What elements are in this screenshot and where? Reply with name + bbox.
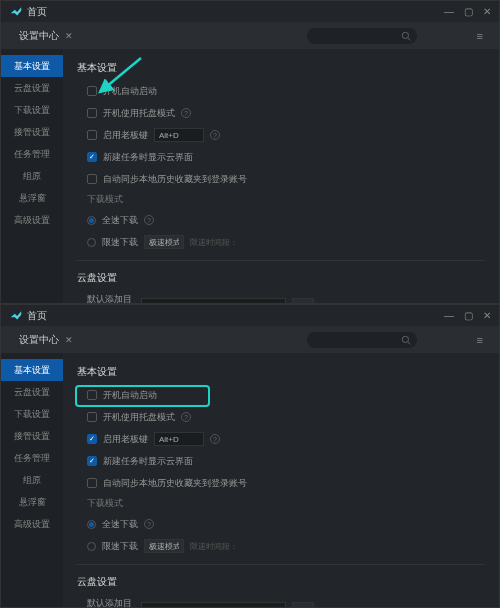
window-controls: — ▢ ✕ xyxy=(444,310,491,321)
window-title: 首页 xyxy=(27,5,47,19)
sidebar-item-group[interactable]: 组原 xyxy=(1,469,63,491)
hotkey-input[interactable] xyxy=(154,432,204,446)
folder-icon xyxy=(298,302,308,303)
help-icon[interactable]: ? xyxy=(210,434,220,444)
minimize-button[interactable]: — xyxy=(444,6,454,17)
help-icon[interactable]: ? xyxy=(181,108,191,118)
tabbar: 设置中心 ✕ ≡ xyxy=(1,23,499,49)
checkbox-autostart[interactable] xyxy=(87,390,97,400)
search-icon xyxy=(401,31,411,41)
checkbox-minimode[interactable] xyxy=(87,412,97,422)
label-bosskey: 启用老板键 xyxy=(103,433,148,446)
sidebar-item-download[interactable]: 下载设置 xyxy=(1,99,63,121)
sidebar-item-cloud[interactable]: 云盘设置 xyxy=(1,381,63,403)
tab-label: 设置中心 xyxy=(19,29,59,43)
tab-close-icon[interactable]: ✕ xyxy=(65,335,73,345)
svg-line-1 xyxy=(407,38,410,41)
sidebar-item-float[interactable]: 悬浮窗 xyxy=(1,187,63,209)
tab-settings[interactable]: 设置中心 ✕ xyxy=(9,329,83,351)
section-basic-title: 基本设置 xyxy=(77,365,485,379)
sidebar-item-takeover[interactable]: 接管设置 xyxy=(1,425,63,447)
label-fullspeed: 全速下载 xyxy=(102,214,138,227)
menu-icon[interactable]: ≡ xyxy=(477,30,483,42)
checkbox-autostart[interactable] xyxy=(87,86,97,96)
checkbox-autosync[interactable] xyxy=(87,174,97,184)
svg-point-3 xyxy=(402,336,408,342)
sidebar-item-takeover[interactable]: 接管设置 xyxy=(1,121,63,143)
app-logo-icon xyxy=(9,5,23,19)
sidebar-item-task[interactable]: 任务管理 xyxy=(1,143,63,165)
label-limitspeed: 限速下载 xyxy=(102,236,138,249)
label-limitspeed: 限速下载 xyxy=(102,540,138,553)
checkbox-newtask[interactable] xyxy=(87,456,97,466)
hotkey-input[interactable] xyxy=(154,128,204,142)
help-icon[interactable]: ? xyxy=(144,519,154,529)
close-button[interactable]: ✕ xyxy=(483,6,491,17)
label-autostart: 开机自动启动 xyxy=(103,85,157,98)
radio-fullspeed[interactable] xyxy=(87,216,96,225)
tab-label: 设置中心 xyxy=(19,333,59,347)
sidebar: 基本设置 云盘设置 下载设置 接管设置 任务管理 组原 悬浮窗 高级设置 xyxy=(1,353,63,607)
checkbox-newtask[interactable] xyxy=(87,152,97,162)
search-icon xyxy=(401,335,411,345)
tab-close-icon[interactable]: ✕ xyxy=(65,31,73,41)
default-dir-select[interactable]: ▾ xyxy=(141,298,286,303)
help-icon[interactable]: ? xyxy=(144,215,154,225)
sidebar-item-advanced[interactable]: 高级设置 xyxy=(1,209,63,231)
help-icon[interactable]: ? xyxy=(181,412,191,422)
checkbox-minimode[interactable] xyxy=(87,108,97,118)
sidebar-item-group[interactable]: 组原 xyxy=(1,165,63,187)
label-downloadmode: 下载模式 xyxy=(87,193,485,206)
maximize-button[interactable]: ▢ xyxy=(464,310,473,321)
sidebar-item-basic[interactable]: 基本设置 xyxy=(1,55,63,77)
speed-value[interactable] xyxy=(144,235,184,249)
label-downloadmode: 下载模式 xyxy=(87,497,485,510)
label-autosync: 自动同步本地历史收藏夹到登录账号 xyxy=(103,173,247,186)
close-button[interactable]: ✕ xyxy=(483,310,491,321)
speed-hint: 限速时间段： xyxy=(190,237,238,248)
radio-limitspeed[interactable] xyxy=(87,238,96,247)
tab-settings[interactable]: 设置中心 ✕ xyxy=(9,25,83,47)
section-cloud-title: 云盘设置 xyxy=(77,575,485,589)
section-basic-title: 基本设置 xyxy=(77,61,485,75)
help-icon[interactable]: ? xyxy=(210,130,220,140)
section-cloud-title: 云盘设置 xyxy=(77,271,485,285)
sidebar-item-task[interactable]: 任务管理 xyxy=(1,447,63,469)
label-newtask: 新建任务时显示云界面 xyxy=(103,151,193,164)
search-input[interactable] xyxy=(307,28,417,44)
settings-window-bottom: 首页 — ▢ ✕ 设置中心 ✕ ≡ 基本设置 云盘设置 下载设置 接管设置 任务… xyxy=(0,304,500,608)
sidebar-item-basic[interactable]: 基本设置 xyxy=(1,359,63,381)
label-minimode: 开机使用托盘模式 xyxy=(103,411,175,424)
window-title: 首页 xyxy=(27,309,47,323)
folder-icon xyxy=(298,606,308,607)
speed-value[interactable] xyxy=(144,539,184,553)
maximize-button[interactable]: ▢ xyxy=(464,6,473,17)
svg-line-4 xyxy=(407,342,410,345)
label-defaultdir: 默认添加目录 xyxy=(87,597,135,607)
default-dir-select[interactable]: ▾ xyxy=(141,602,286,607)
app-logo-icon xyxy=(9,309,23,323)
minimize-button[interactable]: — xyxy=(444,310,454,321)
browse-button[interactable] xyxy=(292,298,314,303)
sidebar-item-cloud[interactable]: 云盘设置 xyxy=(1,77,63,99)
menu-icon[interactable]: ≡ xyxy=(477,334,483,346)
checkbox-autosync[interactable] xyxy=(87,478,97,488)
sidebar-item-advanced[interactable]: 高级设置 xyxy=(1,513,63,535)
label-defaultdir: 默认添加目录 xyxy=(87,293,135,303)
search-input[interactable] xyxy=(307,332,417,348)
browse-button[interactable] xyxy=(292,602,314,607)
titlebar: 首页 — ▢ ✕ xyxy=(1,1,499,23)
speed-hint: 限速时间段： xyxy=(190,541,238,552)
divider xyxy=(77,260,485,261)
radio-fullspeed[interactable] xyxy=(87,520,96,529)
svg-point-0 xyxy=(402,32,408,38)
sidebar-item-download[interactable]: 下载设置 xyxy=(1,403,63,425)
settings-window-top: 首页 — ▢ ✕ 设置中心 ✕ ≡ 基本设置 云盘设置 下载设置 接管设置 任务… xyxy=(0,0,500,304)
divider xyxy=(77,564,485,565)
sidebar-item-float[interactable]: 悬浮窗 xyxy=(1,491,63,513)
label-autosync: 自动同步本地历史收藏夹到登录账号 xyxy=(103,477,247,490)
checkbox-bosskey[interactable] xyxy=(87,130,97,140)
checkbox-bosskey[interactable] xyxy=(87,434,97,444)
label-bosskey: 启用老板键 xyxy=(103,129,148,142)
radio-limitspeed[interactable] xyxy=(87,542,96,551)
